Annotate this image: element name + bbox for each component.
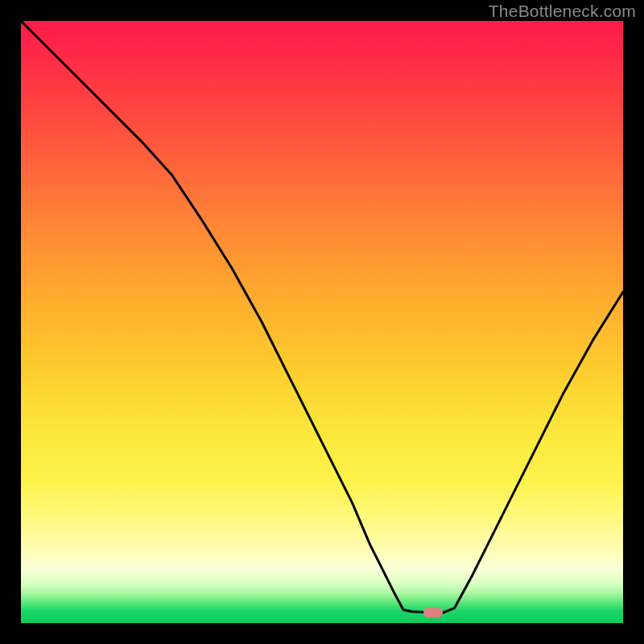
bottleneck-curve bbox=[21, 21, 623, 623]
chart-frame: TheBottleneck.com bbox=[0, 0, 644, 644]
plot-area bbox=[21, 21, 623, 623]
watermark-text: TheBottleneck.com bbox=[489, 2, 636, 21]
optimal-point-marker bbox=[423, 608, 443, 618]
